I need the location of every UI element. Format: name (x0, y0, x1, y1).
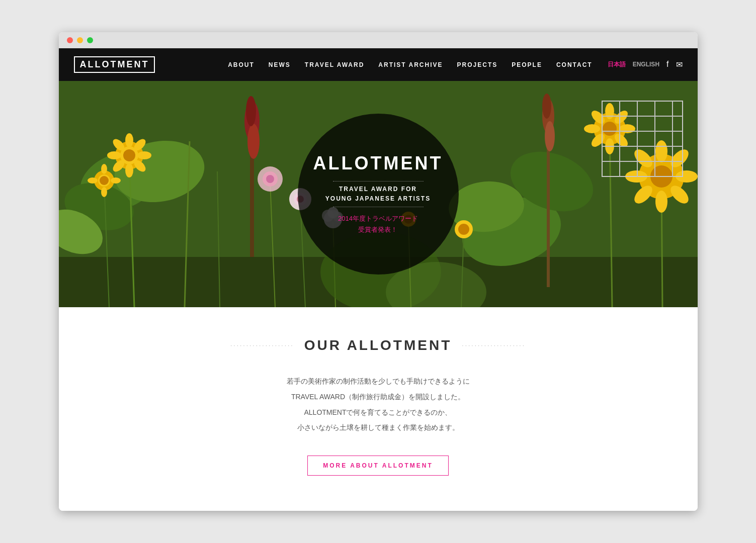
nav-item-artist-archive[interactable]: ARTIST ARCHIVE (378, 60, 443, 69)
svg-point-59 (603, 122, 617, 136)
lang-jp[interactable]: 日本語 (608, 60, 626, 69)
nav-link-projects[interactable]: PROJECTS (457, 61, 498, 68)
section-heading: ···················· OUR ALLOTMENT ·····… (69, 337, 688, 353)
main-content: ···················· OUR ALLOTMENT ·····… (59, 307, 698, 511)
browser-window: ALLOTMENT ABOUT NEWS TRAVEL AWARD ARTIST… (59, 32, 698, 511)
nav-link-travel-award[interactable]: TRAVEL AWARD (305, 61, 364, 68)
nav-item-people[interactable]: PEOPLE (512, 60, 542, 69)
hero-section: ALLOTMENT TRAVEL AWARD FOR YOUNG JAPANES… (59, 81, 698, 307)
hero-divider-top (333, 181, 424, 182)
nav-link-about[interactable]: ABOUT (228, 61, 255, 68)
svg-point-51 (605, 103, 614, 119)
hero-divider-bottom (333, 207, 424, 207)
browser-chrome (59, 32, 698, 48)
svg-point-25 (123, 149, 135, 161)
section-body: 若手の美術作家の制作活動を少しでも手助けできるように TRAVEL AWARD（… (69, 374, 688, 435)
svg-point-28 (101, 164, 107, 174)
hero-title: ALLOTMENT (313, 153, 443, 174)
hero-subtitle: TRAVEL AWARD FOR YOUNG JAPANESE ARTISTS (325, 185, 431, 204)
svg-point-63 (655, 191, 667, 213)
nav-link-artist-archive[interactable]: ARTIST ARCHIVE (378, 61, 443, 68)
nav-link-people[interactable]: PEOPLE (512, 61, 542, 68)
svg-point-53 (584, 124, 600, 133)
svg-point-18 (125, 163, 133, 177)
navbar: ALLOTMENT ABOUT NEWS TRAVEL AWARD ARTIST… (59, 48, 698, 81)
nav-right: 日本語 ENGLISH f ✉ (608, 60, 683, 69)
svg-point-8 (247, 124, 260, 159)
hero-japanese-text: 2014年度トラベルアワード 受賞者発表！ (338, 213, 418, 235)
nav-item-news[interactable]: NEWS (269, 60, 291, 69)
section-dots-left: ···················· (230, 342, 294, 349)
svg-point-91 (458, 224, 469, 235)
svg-point-17 (125, 133, 133, 147)
svg-point-74 (542, 94, 551, 119)
svg-point-19 (107, 151, 121, 159)
svg-point-9 (246, 96, 256, 126)
svg-point-73 (545, 121, 555, 151)
nav-item-travel-award[interactable]: TRAVEL AWARD (305, 60, 364, 69)
svg-point-20 (137, 151, 151, 159)
facebook-icon[interactable]: f (666, 60, 668, 69)
nav-item-contact[interactable]: CONTACT (556, 60, 593, 69)
svg-point-32 (100, 176, 109, 185)
minimize-dot[interactable] (77, 37, 83, 43)
svg-point-31 (111, 177, 121, 184)
nav-links: ABOUT NEWS TRAVEL AWARD ARTIST ARCHIVE P… (228, 60, 593, 69)
nav-link-news[interactable]: NEWS (269, 61, 291, 68)
svg-point-36 (266, 175, 274, 183)
maximize-dot[interactable] (87, 37, 93, 43)
svg-point-62 (655, 140, 667, 162)
svg-point-54 (619, 124, 635, 133)
section-title: OUR ALLOTMENT (304, 337, 452, 353)
svg-point-30 (88, 177, 98, 184)
email-icon[interactable]: ✉ (676, 60, 683, 69)
lang-en[interactable]: ENGLISH (633, 61, 659, 68)
nav-item-projects[interactable]: PROJECTS (457, 60, 498, 69)
hero-overlay-circle: ALLOTMENT TRAVEL AWARD FOR YOUNG JAPANES… (298, 114, 459, 275)
close-dot[interactable] (67, 37, 73, 43)
nav-item-about[interactable]: ABOUT (228, 60, 255, 69)
more-about-button[interactable]: MORE ABOUT ALLOTMENT (307, 456, 448, 476)
section-dots-right: ···················· (462, 342, 526, 349)
svg-point-29 (101, 187, 107, 197)
nav-link-contact[interactable]: CONTACT (556, 61, 593, 68)
site-logo[interactable]: ALLOTMENT (74, 56, 155, 73)
